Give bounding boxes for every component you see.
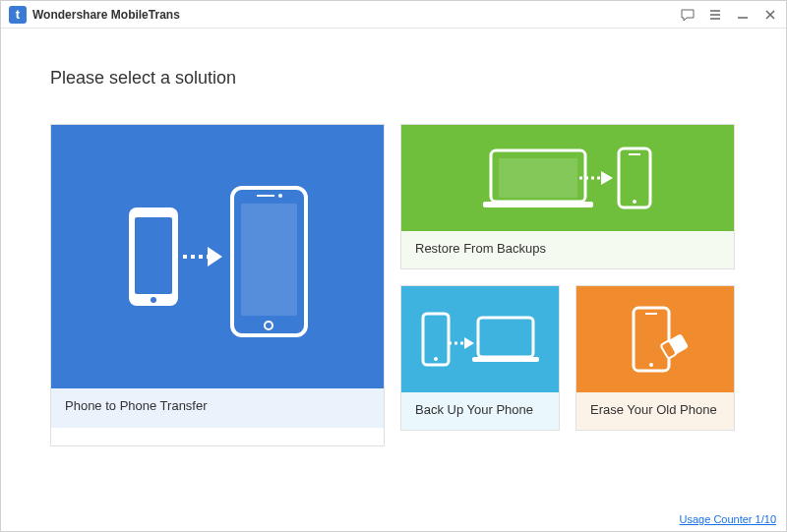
svg-point-2 (151, 297, 156, 303)
page-heading: Please select a solution (50, 68, 737, 89)
svg-point-6 (265, 322, 272, 329)
restore-card[interactable]: Restore From Backups (400, 124, 735, 269)
phone-to-phone-label: Phone to Phone Transfer (51, 388, 384, 428)
svg-rect-15 (629, 153, 640, 155)
phone-to-phone-card[interactable]: Phone to Phone Transfer (50, 124, 385, 446)
solutions-grid: Phone to Phone Transfer (50, 124, 737, 446)
backup-icon (401, 286, 559, 392)
minimize-button[interactable] (735, 7, 751, 23)
usage-counter-link[interactable]: Usage Counter 1/10 (680, 513, 776, 525)
main-content: Please select a solution (1, 29, 786, 458)
svg-rect-23 (645, 313, 657, 315)
svg-rect-1 (135, 217, 172, 294)
svg-rect-10 (499, 158, 577, 198)
phone-to-phone-icon (51, 125, 384, 388)
svg-rect-13 (619, 148, 650, 207)
erase-label: Erase Your Old Phone (576, 392, 734, 430)
restore-icon (401, 125, 734, 231)
svg-point-17 (434, 357, 438, 361)
feedback-icon[interactable] (680, 7, 696, 23)
app-title: Wondershare MobileTrans (32, 8, 180, 22)
svg-point-22 (649, 363, 653, 367)
svg-rect-11 (483, 202, 593, 207)
svg-point-7 (278, 194, 282, 198)
svg-rect-21 (634, 308, 669, 371)
svg-rect-8 (257, 195, 274, 197)
backup-card[interactable]: Back Up Your Phone (400, 285, 560, 431)
titlebar: Wondershare MobileTrans (1, 1, 786, 29)
erase-icon (576, 286, 734, 392)
close-button[interactable] (762, 7, 778, 23)
restore-label: Restore From Backups (401, 231, 734, 268)
svg-rect-20 (472, 357, 539, 362)
app-logo-icon (9, 6, 27, 24)
erase-card[interactable]: Erase Your Old Phone (575, 285, 735, 431)
svg-rect-19 (478, 318, 533, 357)
backup-label: Back Up Your Phone (401, 392, 559, 430)
svg-point-14 (633, 200, 636, 204)
svg-rect-5 (241, 204, 297, 316)
window-controls (680, 7, 778, 23)
menu-icon[interactable] (707, 7, 723, 23)
footer: Usage Counter 1/10 (680, 513, 776, 525)
